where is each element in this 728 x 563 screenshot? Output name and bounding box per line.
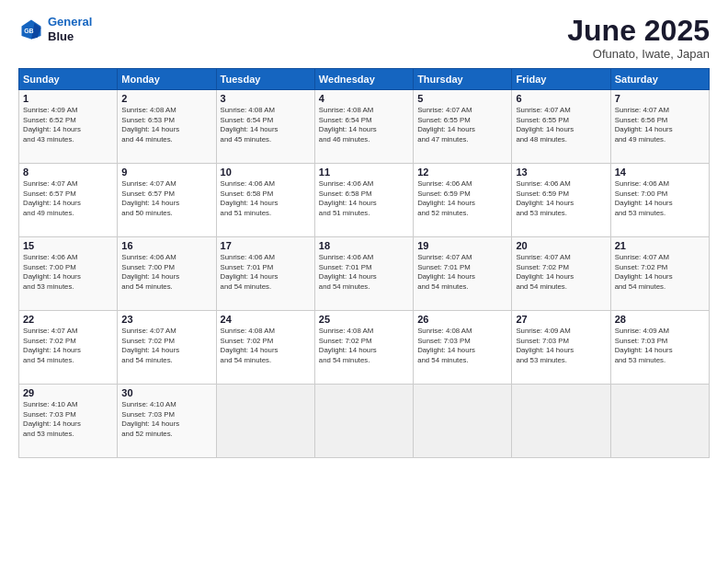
day-info: Sunrise: 4:06 AM Sunset: 6:59 PM Dayligh… — [417, 179, 507, 218]
col-header-saturday: Saturday — [610, 69, 709, 90]
calendar-cell: 29Sunrise: 4:10 AM Sunset: 7:03 PM Dayli… — [19, 385, 118, 458]
day-info: Sunrise: 4:06 AM Sunset: 7:00 PM Dayligh… — [615, 179, 705, 218]
day-number: 5 — [417, 93, 507, 104]
calendar-cell: 18Sunrise: 4:06 AM Sunset: 7:01 PM Dayli… — [314, 237, 413, 311]
day-number: 6 — [516, 93, 606, 104]
logo-icon: GB — [18, 17, 44, 42]
day-number: 10 — [221, 167, 311, 178]
calendar-table: SundayMondayTuesdayWednesdayThursdayFrid… — [18, 68, 710, 458]
day-number: 14 — [615, 167, 705, 178]
calendar-cell — [512, 385, 610, 458]
day-info: Sunrise: 4:10 AM Sunset: 7:03 PM Dayligh… — [121, 400, 211, 439]
day-info: Sunrise: 4:06 AM Sunset: 6:58 PM Dayligh… — [319, 179, 409, 218]
svg-text:GB: GB — [24, 27, 34, 33]
day-info: Sunrise: 4:08 AM Sunset: 6:54 PM Dayligh… — [221, 106, 311, 144]
calendar-cell: 11Sunrise: 4:06 AM Sunset: 6:58 PM Dayli… — [314, 164, 413, 237]
month-title: June 2025 — [567, 15, 710, 47]
day-info: Sunrise: 4:08 AM Sunset: 6:53 PM Dayligh… — [121, 106, 211, 144]
day-info: Sunrise: 4:06 AM Sunset: 7:01 PM Dayligh… — [221, 253, 311, 292]
day-number: 18 — [319, 240, 409, 251]
day-info: Sunrise: 4:07 AM Sunset: 7:02 PM Dayligh… — [516, 253, 606, 292]
day-number: 19 — [417, 240, 507, 251]
calendar-cell — [216, 385, 314, 458]
day-number: 25 — [319, 314, 409, 325]
col-header-monday: Monday — [118, 69, 216, 90]
day-info: Sunrise: 4:06 AM Sunset: 7:01 PM Dayligh… — [319, 253, 409, 292]
day-number: 30 — [121, 387, 211, 398]
day-info: Sunrise: 4:07 AM Sunset: 6:56 PM Dayligh… — [615, 106, 705, 144]
logo: GB General Blue — [18, 15, 92, 43]
day-number: 16 — [121, 240, 211, 251]
calendar-cell: 26Sunrise: 4:08 AM Sunset: 7:03 PM Dayli… — [414, 311, 512, 385]
logo-text: General Blue — [48, 15, 92, 43]
day-number: 17 — [221, 240, 311, 251]
page: GB General Blue June 2025 Ofunato, Iwate… — [0, 0, 728, 563]
day-info: Sunrise: 4:06 AM Sunset: 6:59 PM Dayligh… — [516, 179, 606, 218]
calendar-cell: 17Sunrise: 4:06 AM Sunset: 7:01 PM Dayli… — [216, 237, 314, 311]
col-header-thursday: Thursday — [414, 69, 512, 90]
day-number: 13 — [516, 167, 606, 178]
day-info: Sunrise: 4:07 AM Sunset: 7:02 PM Dayligh… — [121, 327, 211, 365]
day-number: 11 — [319, 167, 409, 178]
calendar-cell: 27Sunrise: 4:09 AM Sunset: 7:03 PM Dayli… — [512, 311, 610, 385]
header: GB General Blue June 2025 Ofunato, Iwate… — [18, 15, 710, 61]
day-number: 29 — [23, 387, 113, 398]
calendar-cell: 2Sunrise: 4:08 AM Sunset: 6:53 PM Daylig… — [118, 90, 216, 164]
col-header-wednesday: Wednesday — [314, 69, 413, 90]
day-number: 24 — [221, 314, 311, 325]
calendar-cell: 25Sunrise: 4:08 AM Sunset: 7:02 PM Dayli… — [314, 311, 413, 385]
day-info: Sunrise: 4:08 AM Sunset: 6:54 PM Dayligh… — [319, 106, 409, 144]
calendar-cell — [610, 385, 709, 458]
calendar-cell: 22Sunrise: 4:07 AM Sunset: 7:02 PM Dayli… — [19, 311, 118, 385]
day-number: 7 — [615, 93, 705, 104]
title-block: June 2025 Ofunato, Iwate, Japan — [567, 15, 710, 61]
col-header-sunday: Sunday — [19, 69, 118, 90]
calendar-cell — [314, 385, 413, 458]
day-number: 4 — [319, 93, 409, 104]
col-header-tuesday: Tuesday — [216, 69, 314, 90]
calendar-cell: 6Sunrise: 4:07 AM Sunset: 6:55 PM Daylig… — [512, 90, 610, 164]
day-info: Sunrise: 4:07 AM Sunset: 6:55 PM Dayligh… — [417, 106, 507, 144]
calendar-cell: 12Sunrise: 4:06 AM Sunset: 6:59 PM Dayli… — [414, 164, 512, 237]
day-number: 9 — [121, 167, 211, 178]
day-info: Sunrise: 4:07 AM Sunset: 6:57 PM Dayligh… — [121, 179, 211, 218]
day-number: 2 — [121, 93, 211, 104]
day-info: Sunrise: 4:07 AM Sunset: 6:57 PM Dayligh… — [23, 179, 113, 218]
calendar-cell: 10Sunrise: 4:06 AM Sunset: 6:58 PM Dayli… — [216, 164, 314, 237]
calendar-cell: 9Sunrise: 4:07 AM Sunset: 6:57 PM Daylig… — [118, 164, 216, 237]
day-info: Sunrise: 4:07 AM Sunset: 7:02 PM Dayligh… — [615, 253, 705, 292]
calendar-cell: 1Sunrise: 4:09 AM Sunset: 6:52 PM Daylig… — [19, 90, 118, 164]
day-info: Sunrise: 4:10 AM Sunset: 7:03 PM Dayligh… — [23, 400, 113, 439]
calendar-cell: 19Sunrise: 4:07 AM Sunset: 7:01 PM Dayli… — [414, 237, 512, 311]
day-info: Sunrise: 4:06 AM Sunset: 6:58 PM Dayligh… — [221, 179, 311, 218]
day-info: Sunrise: 4:08 AM Sunset: 7:03 PM Dayligh… — [417, 327, 507, 365]
day-number: 8 — [23, 167, 113, 178]
calendar-cell: 23Sunrise: 4:07 AM Sunset: 7:02 PM Dayli… — [118, 311, 216, 385]
day-info: Sunrise: 4:09 AM Sunset: 6:52 PM Dayligh… — [23, 106, 113, 144]
calendar-cell: 14Sunrise: 4:06 AM Sunset: 7:00 PM Dayli… — [610, 164, 709, 237]
day-number: 28 — [615, 314, 705, 325]
calendar-cell: 28Sunrise: 4:09 AM Sunset: 7:03 PM Dayli… — [610, 311, 709, 385]
calendar-cell: 15Sunrise: 4:06 AM Sunset: 7:00 PM Dayli… — [19, 237, 118, 311]
calendar-cell: 13Sunrise: 4:06 AM Sunset: 6:59 PM Dayli… — [512, 164, 610, 237]
day-info: Sunrise: 4:08 AM Sunset: 7:02 PM Dayligh… — [319, 327, 409, 365]
calendar-cell: 21Sunrise: 4:07 AM Sunset: 7:02 PM Dayli… — [610, 237, 709, 311]
calendar-cell: 4Sunrise: 4:08 AM Sunset: 6:54 PM Daylig… — [314, 90, 413, 164]
day-number: 26 — [417, 314, 507, 325]
calendar-cell: 24Sunrise: 4:08 AM Sunset: 7:02 PM Dayli… — [216, 311, 314, 385]
location: Ofunato, Iwate, Japan — [567, 47, 710, 61]
day-info: Sunrise: 4:07 AM Sunset: 7:02 PM Dayligh… — [23, 327, 113, 365]
day-number: 15 — [23, 240, 113, 251]
calendar-cell: 5Sunrise: 4:07 AM Sunset: 6:55 PM Daylig… — [414, 90, 512, 164]
day-info: Sunrise: 4:07 AM Sunset: 7:01 PM Dayligh… — [417, 253, 507, 292]
day-info: Sunrise: 4:09 AM Sunset: 7:03 PM Dayligh… — [615, 327, 705, 365]
calendar-cell: 8Sunrise: 4:07 AM Sunset: 6:57 PM Daylig… — [19, 164, 118, 237]
calendar-cell: 20Sunrise: 4:07 AM Sunset: 7:02 PM Dayli… — [512, 237, 610, 311]
day-info: Sunrise: 4:08 AM Sunset: 7:02 PM Dayligh… — [221, 327, 311, 365]
day-info: Sunrise: 4:09 AM Sunset: 7:03 PM Dayligh… — [516, 327, 606, 365]
day-number: 22 — [23, 314, 113, 325]
day-number: 12 — [417, 167, 507, 178]
day-info: Sunrise: 4:07 AM Sunset: 6:55 PM Dayligh… — [516, 106, 606, 144]
calendar-cell: 7Sunrise: 4:07 AM Sunset: 6:56 PM Daylig… — [610, 90, 709, 164]
calendar-cell: 30Sunrise: 4:10 AM Sunset: 7:03 PM Dayli… — [118, 385, 216, 458]
